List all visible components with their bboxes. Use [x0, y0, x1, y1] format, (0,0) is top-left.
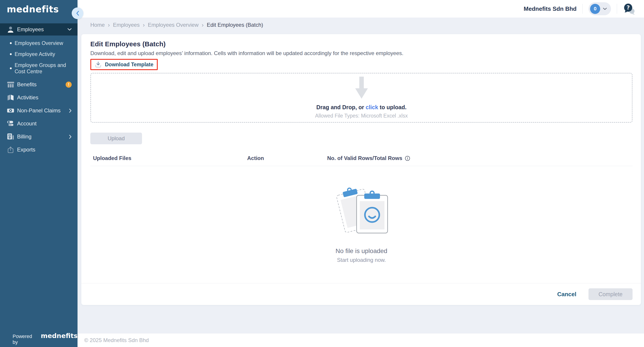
sidebar-item-label: Employees — [17, 26, 68, 33]
help-icon: ? — [623, 3, 636, 15]
download-template-label: Download Template — [105, 62, 154, 68]
breadcrumb-separator: › — [143, 22, 145, 28]
info-icon[interactable] — [405, 156, 410, 161]
breadcrumb-employees[interactable]: Employees — [113, 22, 140, 28]
dropzone-instruction: Drag and Drop, or click to upload. — [316, 104, 406, 110]
file-dropzone[interactable]: Drag and Drop, or click to upload. Allow… — [90, 73, 632, 123]
breadcrumb-employees-overview[interactable]: Employees Overview — [148, 22, 198, 28]
sidebar-item-exports[interactable]: Exports — [0, 143, 78, 156]
divider — [582, 4, 583, 14]
sidebar-item-employee-groups[interactable]: Employee Groups and Cost Centre — [0, 60, 78, 77]
breadcrumb-home[interactable]: Home — [90, 22, 105, 28]
sidebar-item-employees[interactable]: Employees — [0, 23, 78, 36]
cancel-button[interactable]: Cancel — [557, 291, 576, 298]
topbar: Mednefits Sdn Bhd 0 ? — [78, 0, 644, 18]
page-footer: © 2025 Mednefits Sdn Bhd — [78, 334, 644, 347]
breadcrumb-separator: › — [202, 22, 204, 28]
powered-by: Powered by mednefits — [12, 332, 78, 345]
arrow-down-icon — [355, 77, 368, 99]
sidebar-item-employees-overview[interactable]: Employees Overview — [0, 38, 78, 49]
click-to-upload-link[interactable]: click — [366, 104, 378, 110]
chevron-right-icon — [69, 108, 72, 113]
sidebar-item-benefits[interactable]: Benefits ! — [0, 78, 78, 91]
sidebar-item-employee-activity[interactable]: Employee Activity — [0, 49, 78, 60]
benefits-columns-icon — [7, 81, 14, 88]
mednefits-footer-logo: mednefits — [41, 332, 78, 340]
svg-text:$: $ — [9, 137, 10, 139]
page-title: Edit Employees (Batch) — [90, 40, 632, 48]
employees-submenu: Employees Overview Employee Activity Emp… — [0, 38, 78, 77]
sidebar-item-account[interactable]: Account — [0, 117, 78, 130]
sidebar-collapse-button[interactable] — [72, 8, 83, 19]
column-valid-rows: No. of Valid Rows/Total Rows — [327, 155, 410, 161]
org-switcher[interactable]: 0 — [588, 2, 611, 15]
bullet-icon — [10, 42, 12, 44]
breadcrumb-current: Edit Employees (Batch) — [207, 22, 263, 28]
book-icon — [7, 94, 14, 101]
download-template-button[interactable]: Download Template — [94, 61, 154, 68]
copyright-text: © 2025 Mednefits Sdn Bhd — [84, 337, 149, 344]
person-icon — [7, 26, 14, 33]
sidebar-nav: Employees Employees Overview Employee Ac… — [0, 23, 78, 156]
empty-state: No file is uploaded Start uploading now. — [90, 184, 632, 263]
org-count-badge: 0 — [590, 4, 600, 14]
bullet-icon — [10, 68, 12, 69]
upload-button[interactable]: Upload — [90, 132, 142, 144]
column-action: Action — [247, 155, 327, 161]
chevron-down-icon — [603, 8, 607, 10]
sidebar: mednefits Employees Employees Overview E… — [0, 0, 78, 347]
main-area: Mednefits Sdn Bhd 0 ? Home › Employees ›… — [78, 0, 644, 347]
invoice-icon: $ — [7, 133, 14, 140]
benefits-alert-badge: ! — [66, 82, 72, 88]
empty-state-subtitle: Start uploading now. — [90, 257, 632, 263]
chevron-down-icon — [68, 28, 72, 31]
sidebar-item-non-panel-claims[interactable]: Non-Panel Claims — [0, 104, 78, 117]
complete-button[interactable]: Complete — [588, 288, 632, 300]
divider — [617, 4, 617, 14]
chevron-right-icon — [69, 134, 72, 139]
column-uploaded-files: Uploaded Files — [93, 155, 247, 161]
sidebar-item-activities[interactable]: Activities — [0, 91, 78, 104]
chevron-left-icon — [76, 11, 79, 16]
page-description: Download, edit and upload employees’ inf… — [90, 50, 632, 57]
download-icon — [94, 61, 102, 68]
empty-state-title: No file is uploaded — [90, 248, 632, 255]
uploads-table-header: Uploaded Files Action No. of Valid Rows/… — [90, 155, 632, 166]
toggles-icon — [7, 120, 14, 127]
annotation-highlight: Download Template — [90, 59, 158, 70]
breadcrumb: Home › Employees › Employees Overview › … — [90, 22, 263, 28]
clipboards-illustration — [90, 184, 632, 236]
mednefits-logo[interactable]: mednefits — [7, 4, 59, 14]
cash-icon — [7, 108, 14, 113]
company-name: Mednefits Sdn Bhd — [524, 6, 576, 12]
content-card: Edit Employees (Batch) Download, edit an… — [81, 34, 641, 305]
allowed-file-types: Allowed File Types: Microsoft Excel .xls… — [315, 113, 408, 119]
card-footer: Cancel Complete — [81, 283, 641, 305]
bullet-icon — [10, 53, 12, 55]
sidebar-item-billing[interactable]: $ Billing — [0, 130, 78, 143]
export-icon — [7, 146, 14, 153]
help-button[interactable]: ? — [623, 3, 636, 15]
breadcrumb-separator: › — [108, 22, 110, 28]
svg-text:?: ? — [626, 4, 630, 11]
